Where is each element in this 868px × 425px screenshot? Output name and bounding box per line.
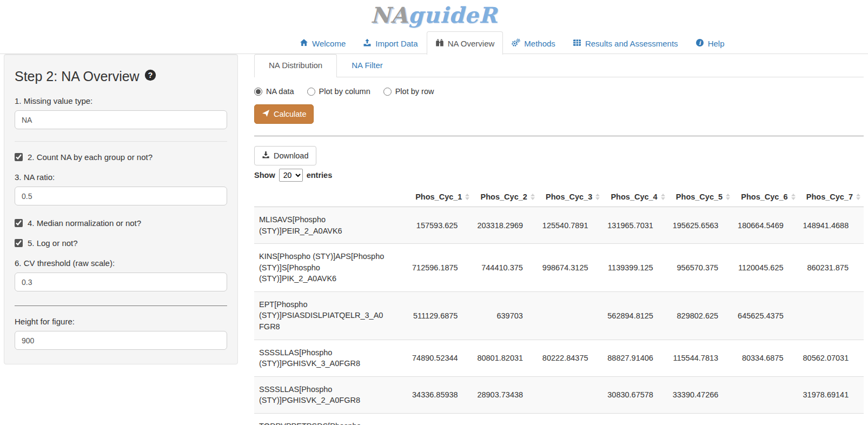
table-cell bbox=[473, 413, 538, 425]
column-header[interactable]: Phos_Cyc_3 bbox=[538, 187, 603, 207]
log-checkbox[interactable] bbox=[15, 239, 23, 247]
info-icon: i bbox=[695, 38, 704, 49]
radio-na-data-input[interactable] bbox=[254, 88, 262, 96]
sidebar-title-text: Step 2: NA Overview bbox=[15, 69, 140, 84]
table-row: MLISAVS[Phospho (STY)]PEIR_2_A0AVK6 1575… bbox=[254, 207, 864, 244]
sidebar-title: Step 2: NA Overview ? bbox=[15, 69, 227, 84]
calculate-button[interactable]: Calculate bbox=[254, 104, 314, 124]
table-cell: 645625.4375 bbox=[733, 291, 798, 340]
nav-tab-label: Welcome bbox=[312, 39, 346, 48]
na-data-table: Phos_Cyc_1 Phos_Cyc_2 Phos_Cyc_3 Phos_Cy… bbox=[254, 187, 864, 425]
sidebar-divider-dark bbox=[15, 306, 227, 306]
column-header[interactable]: Phos_Cyc_1 bbox=[408, 187, 473, 207]
table-cell: 345215.25 bbox=[668, 413, 733, 425]
table-cell: 115544.7813 bbox=[668, 340, 733, 376]
page-length-select[interactable]: 20 bbox=[279, 169, 303, 182]
show-label: Show bbox=[254, 171, 275, 180]
svg-text:?: ? bbox=[148, 71, 153, 79]
download-button-label: Download bbox=[274, 151, 309, 160]
download-icon bbox=[262, 151, 270, 161]
table-cell: 30830.67578 bbox=[603, 376, 668, 413]
column-header[interactable]: Phos_Cyc_2 bbox=[473, 187, 538, 207]
question-circle-icon[interactable]: ? bbox=[144, 69, 156, 84]
table-cell: 312614.5938 bbox=[603, 413, 668, 425]
tab-na-distribution[interactable]: NA Distribution bbox=[254, 54, 337, 77]
main-divider bbox=[254, 136, 864, 136]
gears-icon bbox=[512, 38, 520, 49]
table-cell: 829802.625 bbox=[668, 291, 733, 340]
row-name-column-header bbox=[254, 187, 408, 207]
sort-icon[interactable] bbox=[531, 194, 535, 200]
entries-label: entries bbox=[307, 171, 333, 180]
show-entries-control: Show 20 entries bbox=[254, 169, 864, 182]
table-cell: 221698.9063 bbox=[408, 413, 473, 425]
table-cell: 157593.625 bbox=[408, 207, 473, 244]
radio-plot-by-column-input[interactable] bbox=[307, 88, 315, 96]
sort-icon[interactable] bbox=[661, 194, 665, 200]
table-cell: 125540.7891 bbox=[538, 207, 603, 244]
nav-tab-label: Import Data bbox=[375, 39, 418, 48]
sort-icon[interactable] bbox=[791, 194, 796, 200]
sort-icon[interactable] bbox=[856, 194, 860, 200]
radio-plot-by-row-input[interactable] bbox=[383, 88, 392, 96]
table-cell: 148941.4688 bbox=[799, 207, 864, 244]
table-cell: 34336.85938 bbox=[408, 376, 473, 413]
table-cell: 180664.5469 bbox=[733, 207, 798, 244]
nav-tab-import-data[interactable]: Import Data bbox=[354, 31, 426, 55]
missing-value-type-input[interactable] bbox=[15, 110, 227, 129]
table-cell: 511129.6875 bbox=[408, 291, 473, 340]
na-ratio-input[interactable] bbox=[15, 187, 227, 205]
nav-tab-results-assessments[interactable]: Results and Assessments bbox=[564, 31, 687, 55]
table-cell bbox=[733, 376, 798, 413]
table-cell: 80334.6875 bbox=[733, 340, 798, 376]
table-cell: 1120045.625 bbox=[733, 244, 798, 292]
radio-label: Plot by row bbox=[395, 87, 434, 96]
nav-tab-label: Methods bbox=[524, 39, 555, 48]
nav-tab-help[interactable]: i Help bbox=[687, 31, 733, 55]
sort-icon[interactable] bbox=[465, 194, 469, 200]
app-logo: NAguideR bbox=[370, 2, 498, 28]
count-na-label: 2. Count NA by each group or not? bbox=[28, 152, 153, 162]
row-name: EPT[Phospho (STY)]PSIASDISLPIATQELR_3_A0… bbox=[254, 291, 408, 340]
sort-icon[interactable] bbox=[726, 194, 730, 200]
logo-part-na: NA bbox=[370, 2, 408, 28]
radio-label: NA data bbox=[266, 87, 294, 96]
tab-na-filter[interactable]: NA Filter bbox=[337, 54, 397, 77]
radio-na-data[interactable]: NA data bbox=[254, 87, 294, 96]
download-button[interactable]: Download bbox=[254, 146, 316, 165]
median-normalization-checkbox[interactable] bbox=[15, 219, 23, 227]
table-cell: 639703 bbox=[473, 291, 538, 340]
table-row: EPT[Phospho (STY)]PSIASDISLPIATQELR_3_A0… bbox=[254, 291, 864, 340]
table-cell: 270359.5625 bbox=[538, 413, 603, 425]
column-header[interactable]: Phos_Cyc_6 bbox=[733, 187, 798, 207]
radio-plot-by-row[interactable]: Plot by row bbox=[383, 87, 434, 96]
table-cell: 74890.52344 bbox=[408, 340, 473, 376]
nav-tab-na-overview[interactable]: NA Overview bbox=[427, 31, 503, 55]
table-cell: 88827.91406 bbox=[603, 340, 668, 376]
table-cell: 28903.73438 bbox=[473, 376, 538, 413]
radio-plot-by-column[interactable]: Plot by column bbox=[307, 87, 370, 96]
paper-plane-icon bbox=[262, 109, 270, 119]
row-name: SSSSLLAS[Phospho (STY)]PGHISVK_3_A0FGR8 bbox=[254, 340, 408, 376]
row-name: MLISAVS[Phospho (STY)]PEIR_2_A0AVK6 bbox=[254, 207, 408, 244]
table-cell: 1139399.125 bbox=[603, 244, 668, 292]
nav-tab-methods[interactable]: Methods bbox=[503, 31, 564, 55]
table-cell: 203318.2969 bbox=[473, 207, 538, 244]
nav-tab-welcome[interactable]: Welcome bbox=[291, 31, 354, 55]
table-cell: 562894.8125 bbox=[603, 291, 668, 340]
column-header[interactable]: Phos_Cyc_4 bbox=[603, 187, 668, 207]
figure-height-input[interactable] bbox=[15, 331, 227, 350]
table-body: MLISAVS[Phospho (STY)]PEIR_2_A0AVK6 1575… bbox=[254, 207, 864, 425]
row-name: KINS[Phospho (STY)]APS[Phospho (STY)]S[P… bbox=[254, 244, 408, 292]
table-cell: 744410.375 bbox=[473, 244, 538, 292]
sort-icon[interactable] bbox=[595, 194, 600, 200]
column-header[interactable]: Phos_Cyc_7 bbox=[799, 187, 864, 207]
logo-part-guider: guideR bbox=[408, 2, 498, 28]
upload-icon bbox=[363, 38, 372, 49]
plot-mode-radio-group: NA data Plot by column Plot by row bbox=[254, 87, 864, 96]
table-cell: 80222.84375 bbox=[538, 340, 603, 376]
cv-threshold-input[interactable] bbox=[15, 273, 227, 291]
count-na-checkbox[interactable] bbox=[15, 153, 23, 161]
table-cell: 860231.875 bbox=[799, 244, 864, 292]
column-header[interactable]: Phos_Cyc_5 bbox=[668, 187, 733, 207]
